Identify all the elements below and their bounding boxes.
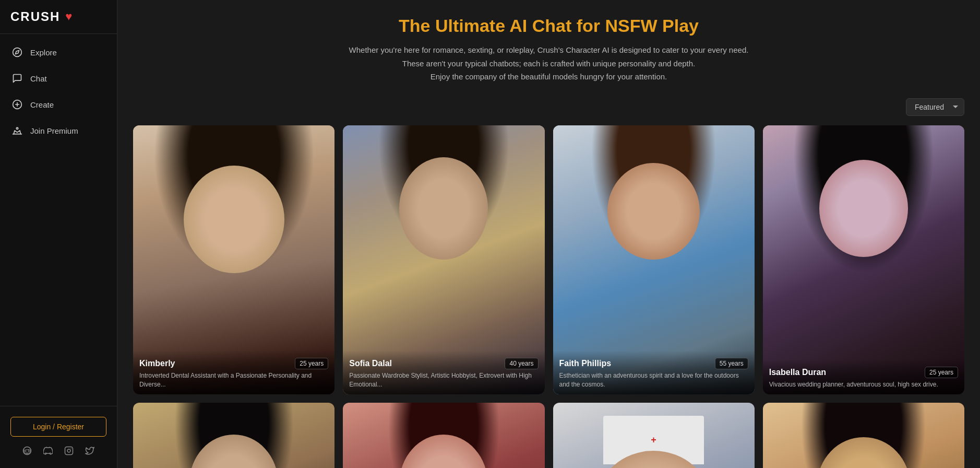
card-isabella-age: 25 years (925, 367, 958, 378)
card-row2-3[interactable]: + (553, 403, 755, 469)
svg-rect-10 (65, 447, 73, 455)
card-faith-name: Faith Phillips (559, 359, 612, 368)
crown-icon (11, 125, 23, 136)
card-kimberly-desc: Introverted Dental Assistant with a Pass… (139, 371, 328, 389)
sidebar-item-chat[interactable]: Chat (0, 65, 117, 91)
hero-line-3: Enjoy the company of the beautiful model… (431, 72, 667, 81)
card-isabella-desc: Vivacious wedding planner, adventurous s… (769, 380, 958, 389)
card-row2-1[interactable] (133, 403, 334, 469)
card-sofia-name: Sofia Dalal (349, 359, 392, 368)
card-faith-desc: Esthetician with an adventurous spirit a… (559, 371, 748, 389)
card-grid: Kimberly 25 years Introverted Dental Ass… (133, 125, 964, 469)
card-sofia-overlay: Sofia Dalal 40 years Passionate Wardrobe… (343, 350, 544, 394)
svg-point-8 (28, 451, 29, 452)
login-register-button[interactable]: Login / Register (10, 417, 106, 437)
svg-point-5 (16, 127, 18, 129)
hero-line-2: These aren't your typical chatbots; each… (402, 59, 696, 68)
sidebar-nav: Explore Chat Create (0, 34, 117, 406)
compass-icon (11, 46, 23, 58)
main-content: The Ultimate AI Chat for NSFW Play Wheth… (117, 0, 980, 468)
sidebar-premium-label: Join Premium (30, 126, 78, 135)
svg-marker-1 (15, 50, 19, 54)
svg-point-7 (25, 451, 26, 452)
hero-section: The Ultimate AI Chat for NSFW Play Wheth… (133, 16, 964, 84)
card-kimberly[interactable]: Kimberly 25 years Introverted Dental Ass… (133, 125, 334, 394)
sidebar-item-explore[interactable]: Explore (0, 39, 117, 65)
card-sofia-age: 40 years (505, 358, 538, 369)
hero-description: Whether you're here for romance, sexting… (133, 43, 964, 84)
card-isabella-overlay: Isabella Duran 25 years Vivacious weddin… (763, 359, 964, 394)
sidebar-chat-label: Chat (30, 74, 47, 83)
card-isabella[interactable]: Isabella Duran 25 years Vivacious weddin… (763, 125, 964, 394)
sidebar-item-create[interactable]: Create (0, 91, 117, 118)
card-row2-2[interactable] (343, 403, 544, 469)
logo-text: CRusH (10, 9, 60, 24)
card-faith-age: 55 years (715, 358, 748, 369)
card-kimberly-age: 25 years (295, 358, 328, 369)
card-row2-4[interactable] (763, 403, 964, 469)
sidebar-bottom: Login / Register (0, 406, 117, 468)
svg-point-9 (29, 449, 30, 450)
card-faith[interactable]: Faith Phillips 55 years Esthetician with… (553, 125, 755, 394)
logo-area: CRusH ♥ (0, 0, 117, 34)
card-faith-overlay: Faith Phillips 55 years Esthetician with… (553, 350, 755, 394)
card-kimberly-name: Kimberly (139, 359, 175, 368)
logo-heart-icon: ♥ (65, 10, 72, 24)
plus-circle-icon (11, 99, 23, 110)
sidebar: CRusH ♥ Explore Chat (0, 0, 117, 468)
twitter-icon[interactable] (83, 444, 97, 458)
social-links (10, 444, 106, 458)
discord-icon[interactable] (41, 444, 55, 458)
sidebar-create-label: Create (30, 100, 54, 109)
svg-point-6 (23, 447, 31, 455)
svg-point-0 (13, 48, 22, 57)
hero-title: The Ultimate AI Chat for NSFW Play (133, 16, 964, 36)
filter-bar: Featured Popular New Top Rated (133, 98, 964, 116)
chat-icon (11, 73, 23, 84)
card-kimberly-overlay: Kimberly 25 years Introverted Dental Ass… (133, 350, 334, 394)
sidebar-item-premium[interactable]: Join Premium (0, 118, 117, 144)
card-isabella-name: Isabella Duran (769, 368, 826, 377)
card-sofia[interactable]: Sofia Dalal 40 years Passionate Wardrobe… (343, 125, 544, 394)
reddit-icon[interactable] (20, 444, 34, 458)
hero-line-1: Whether you're here for romance, sexting… (349, 45, 749, 54)
card-sofia-desc: Passionate Wardrobe Stylist, Artistic Ho… (349, 371, 538, 389)
instagram-icon[interactable] (62, 444, 76, 458)
filter-select[interactable]: Featured Popular New Top Rated (906, 98, 964, 116)
sidebar-explore-label: Explore (30, 48, 57, 57)
